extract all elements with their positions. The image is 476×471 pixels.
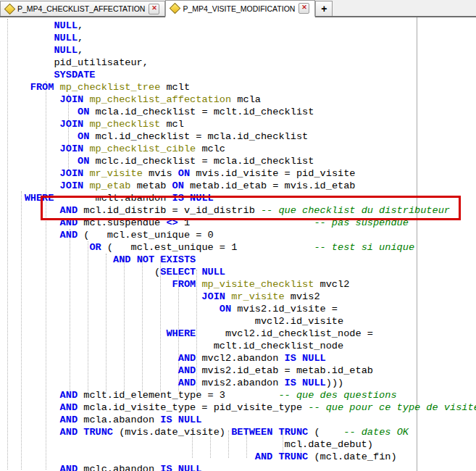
code-line: NULL, xyxy=(1,44,476,57)
code-line: JOIN mr_visite mvis2 xyxy=(1,291,476,303)
code-line: OR ( mcl.est_unique = 1 -- test si uniqu… xyxy=(1,241,476,254)
code-line: ON mvis2.id_visite = xyxy=(1,303,476,315)
code-line: AND mvcl2.abandon IS NULL xyxy=(1,352,476,364)
code-line: ON mclc.id_checklist = mcla.id_checklist xyxy=(1,155,476,167)
tab-p_mp4_checklist_affectation[interactable]: P_MP4_CHECKLIST_AFFECTATION✕ xyxy=(0,1,165,16)
code-line: JOIN mp_etab metab ON metab.id_etab = mv… xyxy=(1,180,476,192)
new-tab-button[interactable]: + xyxy=(315,1,333,16)
code-line: JOIN mp_checklist_affectation mcla xyxy=(1,93,476,106)
code-line: mcl.date_debut) xyxy=(1,438,476,451)
code-editor[interactable]: NULL, NULL, NULL, pid_utilisateur, SYSDA… xyxy=(0,17,476,471)
code-line: AND mvis2.id_etab = metab.id_etab xyxy=(1,364,476,377)
code-line: AND ( mcl.est_unique = 0 xyxy=(1,229,476,241)
editor-tab-bar: P_MP4_CHECKLIST_AFFECTATION✕P_MP4_VISITE… xyxy=(0,0,476,17)
package-icon xyxy=(4,3,16,14)
tab-p_mp4_visite_modification[interactable]: P_MP4_VISITE_MODIFICATION✕ xyxy=(165,0,315,17)
package-icon xyxy=(170,3,181,14)
code-line: AND mcl.id_distrib = v_id_distrib -- que… xyxy=(1,204,476,217)
code-line: JOIN mp_checklist mcl xyxy=(1,118,476,130)
code-line: WHERE mclt.abandon IS NULL xyxy=(1,192,476,204)
code-line: pid_utilisateur, xyxy=(1,57,476,69)
close-icon[interactable]: ✕ xyxy=(298,3,309,14)
code-line: AND mvis2.abandon IS NULL))) xyxy=(1,377,476,389)
code-line: SYSDATE xyxy=(1,69,476,81)
code-line: NULL, xyxy=(1,32,476,44)
toad-editor-window: P_MP4_CHECKLIST_AFFECTATION✕P_MP4_VISITE… xyxy=(0,0,476,471)
code-line: mvcl2.id_visite xyxy=(1,315,476,328)
tab-label: P_MP4_CHECKLIST_AFFECTATION xyxy=(17,4,145,13)
code-line: FROM mp_visite_checklist mvcl2 xyxy=(1,278,476,291)
sql-code: NULL, NULL, NULL, pid_utilisateur, SYSDA… xyxy=(1,20,476,471)
tab-label: P_MP4_VISITE_MODIFICATION xyxy=(183,4,295,13)
code-line: FROM mp_checklist_tree mclt xyxy=(1,81,476,93)
code-line: AND NOT EXISTS xyxy=(1,254,476,266)
close-icon[interactable]: ✕ xyxy=(149,4,159,14)
code-line: ON mcla.id_checklist = mclt.id_checklist xyxy=(1,106,476,118)
code-line: AND TRUNC (mcl.date_fin) xyxy=(1,451,476,463)
code-line: AND mcla.abandon IS NULL xyxy=(1,414,476,426)
code-line: NULL, xyxy=(1,20,476,32)
code-line: mclt.id_checklist_node xyxy=(1,340,476,352)
code-line: (SELECT NULL xyxy=(1,266,476,278)
code-line: AND mclc.abandon IS NULL xyxy=(1,463,476,471)
code-line: JOIN mp_checklist_cible mclc xyxy=(1,143,476,155)
code-line: AND mcl.suspendue <> 1 -- pas suspendue xyxy=(1,217,476,229)
code-line: AND mclt.id_element_type = 3 -- que des … xyxy=(1,389,476,401)
code-line: AND TRUNC (mvis.date_visite) BETWEEN TRU… xyxy=(1,426,476,438)
code-line: AND mcla.id_visite_type = pid_visite_typ… xyxy=(1,401,476,414)
code-line: WHERE mvcl2.id_checklist_node = xyxy=(1,328,476,340)
code-line: JOIN mr_visite mvis ON mvis.id_visite = … xyxy=(1,167,476,180)
code-line: ON mcl.id_checklist = mcla.id_checklist xyxy=(1,130,476,143)
